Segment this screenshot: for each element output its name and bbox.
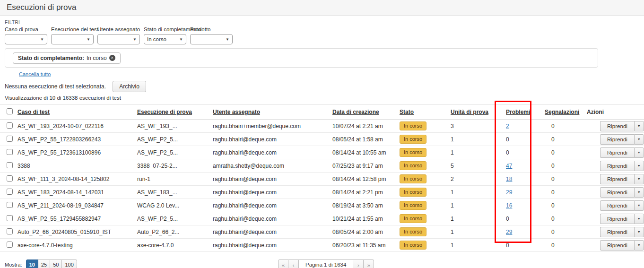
product-select[interactable]: ▼ bbox=[190, 34, 233, 44]
issues-link[interactable]: 18 bbox=[506, 176, 512, 182]
actions-cell: Riprendi▼ bbox=[586, 186, 644, 199]
page-size-group: 102550100 bbox=[26, 259, 77, 268]
chip-value: In corso bbox=[87, 55, 107, 61]
row-checkbox[interactable] bbox=[7, 162, 13, 168]
filter-label: Esecuzione del test bbox=[51, 26, 94, 32]
resume-button[interactable]: Riprendi bbox=[600, 161, 634, 171]
row-checkbox[interactable] bbox=[7, 189, 13, 195]
assigned-user-select[interactable]: ▼ bbox=[97, 34, 140, 44]
created-date-cell: 10/21/24 at 1:55 am bbox=[332, 212, 399, 225]
resume-button[interactable]: Riprendi bbox=[600, 187, 634, 198]
first-page-button[interactable]: « bbox=[278, 259, 288, 268]
resume-button[interactable]: Riprendi bbox=[600, 121, 634, 131]
column-header-flags[interactable]: Segnalazioni bbox=[544, 105, 586, 120]
archive-button[interactable]: Archivio bbox=[113, 81, 146, 92]
column-header-created-date[interactable]: Data di creazione bbox=[332, 105, 399, 120]
selection-row: Nessuna esecuzione di test selezionata. … bbox=[5, 81, 644, 92]
column-header-test-run[interactable]: Esecuzione di prova bbox=[137, 105, 212, 120]
column-header-assigned-user[interactable]: Utente assegnato bbox=[212, 105, 332, 120]
filter-chip-completion-status[interactable]: Stato di completamento: In corso × bbox=[13, 52, 121, 64]
test-units-cell: 1 bbox=[450, 146, 505, 159]
created-date-cell: 06/20/23 at 11:35 am bbox=[332, 239, 399, 252]
status-cell: In corso bbox=[399, 199, 450, 212]
page-size-button-25[interactable]: 25 bbox=[38, 259, 50, 268]
resume-button[interactable]: Riprendi bbox=[600, 200, 634, 211]
status-cell: In corso bbox=[399, 159, 450, 173]
resume-button[interactable]: Riprendi bbox=[600, 134, 634, 145]
status-cell: In corso bbox=[399, 133, 450, 146]
resume-button[interactable]: Riprendi bbox=[600, 174, 634, 184]
completion-status-select[interactable]: In corso ▼ bbox=[144, 34, 186, 44]
resume-button[interactable]: Riprendi bbox=[600, 147, 634, 158]
row-checkbox[interactable] bbox=[7, 122, 13, 129]
filter-group-test-run: Esecuzione del test ▼ bbox=[51, 26, 94, 44]
resume-dropdown-toggle[interactable]: ▼ bbox=[634, 214, 644, 224]
assigned-user-cell: raghu.bhairi@deque.com bbox=[212, 225, 332, 239]
issues-cell: 0 bbox=[505, 133, 544, 146]
column-header-issues[interactable]: Problemi bbox=[505, 105, 544, 120]
status-badge: In corso bbox=[400, 214, 426, 223]
issues-cell: 0 bbox=[505, 146, 544, 159]
row-checkbox[interactable] bbox=[7, 215, 13, 221]
row-checkbox[interactable] bbox=[7, 175, 13, 182]
created-date-cell: 08/14/24 at 12:58 pm bbox=[332, 173, 399, 186]
resume-dropdown-toggle[interactable]: ▼ bbox=[634, 174, 644, 184]
action-split-button: Riprendi▼ bbox=[600, 161, 644, 171]
checkbox-cell bbox=[0, 212, 17, 225]
row-checkbox[interactable] bbox=[7, 228, 13, 234]
resume-dropdown-toggle[interactable]: ▼ bbox=[634, 134, 644, 145]
column-header-test-case[interactable]: Caso di test bbox=[17, 105, 137, 120]
row-checkbox[interactable] bbox=[7, 149, 13, 155]
issues-link[interactable]: 2 bbox=[506, 123, 509, 130]
status-badge: In corso bbox=[400, 241, 426, 250]
prev-page-button[interactable]: ‹ bbox=[288, 259, 299, 268]
issues-link[interactable]: 47 bbox=[506, 163, 512, 169]
checkbox-cell bbox=[0, 159, 17, 173]
test-run-select[interactable]: ▼ bbox=[51, 34, 94, 44]
test-case-cell: AS_WF_211_2024-08-19_034847 bbox=[17, 199, 137, 212]
resume-dropdown-toggle[interactable]: ▼ bbox=[634, 161, 644, 171]
row-checkbox[interactable] bbox=[7, 202, 13, 208]
issues-link[interactable]: 29 bbox=[506, 189, 512, 196]
status-cell: In corso bbox=[399, 239, 450, 252]
table-row: AS_WF_193_2024-10-07_022116AS_WF_193_...… bbox=[0, 120, 644, 133]
row-checkbox[interactable] bbox=[7, 136, 13, 142]
filter-label: Caso di prova bbox=[5, 26, 47, 32]
resume-dropdown-toggle[interactable]: ▼ bbox=[634, 147, 644, 158]
page-size-button-50[interactable]: 50 bbox=[50, 259, 62, 268]
test-units-cell: 2 bbox=[450, 173, 505, 186]
issues-link[interactable]: 29 bbox=[506, 229, 512, 235]
page-size-button-10[interactable]: 10 bbox=[26, 259, 38, 268]
issues-link[interactable]: 16 bbox=[506, 202, 512, 209]
resume-dropdown-toggle[interactable]: ▼ bbox=[634, 240, 644, 251]
resume-button[interactable]: Riprendi bbox=[600, 214, 634, 224]
remove-filter-icon[interactable]: × bbox=[109, 55, 115, 61]
column-header-test-units[interactable]: Unità di prova bbox=[450, 105, 505, 120]
table-row: AS_WF_P2_55_1723613100896AS_WF_P2_5...ra… bbox=[0, 146, 644, 159]
select-all-checkbox[interactable] bbox=[7, 108, 13, 114]
column-header-status[interactable]: Stato bbox=[399, 105, 450, 120]
filter-group-completion-status: Stato di completamento In corso ▼ bbox=[144, 26, 186, 44]
resume-button[interactable]: Riprendi bbox=[600, 240, 634, 251]
resume-dropdown-toggle[interactable]: ▼ bbox=[634, 121, 644, 131]
assigned-user-cell: raghu.bhairi@deque.com bbox=[212, 133, 332, 146]
page-size-button-100[interactable]: 100 bbox=[62, 259, 77, 268]
action-split-button: Riprendi▼ bbox=[600, 240, 644, 251]
test-case-select[interactable]: ▼ bbox=[5, 34, 47, 44]
row-checkbox[interactable] bbox=[7, 242, 13, 248]
test-run-cell: AS_WF_P2_5... bbox=[137, 133, 212, 146]
resume-dropdown-toggle[interactable]: ▼ bbox=[634, 200, 644, 211]
resume-button[interactable]: Riprendi bbox=[600, 227, 634, 237]
test-run-cell: run-1 bbox=[137, 173, 212, 186]
flags-cell: 0 bbox=[544, 225, 586, 239]
next-page-button[interactable]: › bbox=[353, 259, 364, 268]
clear-all-link[interactable]: Cancella tutto bbox=[19, 71, 51, 77]
resume-dropdown-toggle[interactable]: ▼ bbox=[634, 187, 644, 198]
actions-cell: Riprendi▼ bbox=[586, 225, 644, 239]
filter-group-assigned-user: Utente assegnato ▼ bbox=[97, 26, 140, 44]
flags-cell: 0 bbox=[544, 199, 586, 212]
assigned-user-cell: raghu.bhairi@deque.com bbox=[212, 186, 332, 199]
last-page-button[interactable]: » bbox=[364, 259, 374, 268]
resume-dropdown-toggle[interactable]: ▼ bbox=[634, 227, 644, 237]
action-split-button: Riprendi▼ bbox=[600, 200, 644, 211]
